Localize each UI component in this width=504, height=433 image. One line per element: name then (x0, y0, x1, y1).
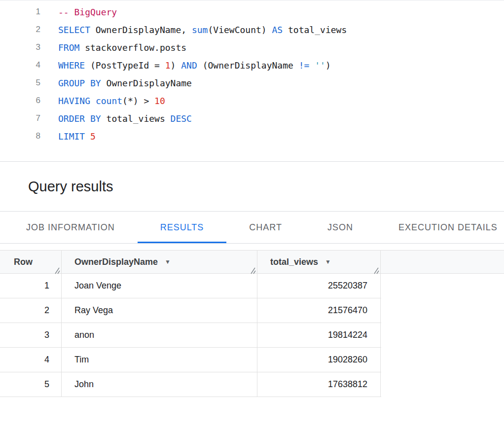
code-line: 6HAVING count(*) > 10 (0, 92, 504, 109)
sql-token-plain: ) (171, 60, 181, 71)
line-number: 8 (0, 131, 40, 141)
total-views-cell: 21576470 (257, 298, 381, 323)
tab-job-information[interactable]: JOB INFORMATION (3, 212, 138, 243)
table-row: 1Joan Venge25520387 (0, 274, 381, 298)
bigquery-results-page: { "colors": { "keyword": "#1967d2", "com… (0, 0, 504, 433)
sql-token-kw: DESC (171, 113, 192, 124)
results-table-header: Row OwnerDisplayName ▼ total_views ▼ (0, 250, 504, 274)
code-text[interactable]: GROUP BY OwnerDisplayName (40, 78, 192, 88)
sql-token-plain: stackoverflow.posts (79, 42, 186, 53)
line-number: 3 (0, 42, 40, 52)
sql-token-kw: WHERE (58, 60, 85, 71)
column-header-ownerdisplayname[interactable]: OwnerDisplayName ▼ (62, 251, 257, 273)
sql-token-plain: total_views (283, 25, 347, 35)
code-line: 2SELECT OwnerDisplayName, sum(ViewCount)… (0, 21, 504, 38)
table-row: 2Ray Vega21576470 (0, 298, 381, 323)
owner-display-name-cell: Ray Vega (62, 298, 257, 323)
table-row: 4Tim19028260 (0, 348, 381, 372)
column-resize-handle-icon[interactable] (372, 266, 379, 273)
row-number-cell: 1 (0, 274, 62, 298)
code-text[interactable]: HAVING count(*) > 10 (40, 96, 165, 106)
page-title: Query results (28, 179, 113, 195)
tab-chart[interactable]: CHART (226, 212, 305, 243)
sql-token-kw: count (96, 96, 122, 106)
owner-display-name-cell: John (62, 372, 257, 397)
code-text[interactable]: WHERE (PostTypeId = 1) AND (OwnerDisplay… (40, 60, 331, 71)
row-number-cell: 4 (0, 348, 62, 372)
line-number: 4 (0, 60, 40, 70)
total-views-cell: 19814224 (257, 323, 381, 347)
code-text[interactable]: SELECT OwnerDisplayName, sum(ViewCount) … (40, 25, 347, 35)
table-row: 5John17638812 (0, 372, 381, 397)
table-row: 3anon19814224 (0, 323, 381, 348)
line-number: 2 (0, 25, 40, 35)
sql-token-num: 10 (154, 96, 165, 106)
sql-token-plain (90, 96, 96, 106)
tab-execution-details[interactable]: EXECUTION DETAILS (376, 212, 504, 243)
column-label-row: Row (14, 257, 33, 267)
code-text[interactable]: ORDER BY total_views DESC (40, 113, 192, 124)
sql-token-kw: LIMIT (58, 131, 85, 142)
sql-token-kw: HAVING (58, 96, 90, 106)
row-number-cell: 5 (0, 372, 62, 397)
sql-token-plain: (*) > (122, 96, 154, 106)
sql-token-kw: AND (181, 60, 197, 71)
sql-token-plain: OwnerDisplayName (101, 78, 192, 88)
total-views-cell: 17638812 (257, 372, 381, 397)
owner-display-name-cell: Tim (62, 348, 257, 372)
sql-token-kw: ORDER BY (58, 113, 101, 124)
tab-json[interactable]: JSON (305, 212, 376, 243)
owner-display-name-cell: Joan Venge (62, 274, 257, 298)
sql-token-plain: (OwnerDisplayName (197, 60, 299, 71)
code-line: 8LIMIT 5 (0, 127, 504, 145)
sql-token-plain: ) (325, 60, 331, 71)
column-label-total-views: total_views (270, 257, 318, 267)
sql-token-kw: != (299, 60, 310, 71)
sql-token-kw: AS (272, 25, 283, 35)
results-table-body: 1Joan Venge255203872Ray Vega215764703ano… (0, 274, 504, 397)
column-resize-handle-icon[interactable] (249, 266, 256, 273)
sql-token-plain: total_views (101, 113, 171, 124)
total-views-cell: 25520387 (257, 274, 381, 298)
sql-editor-lines: 1-- BigQuery2SELECT OwnerDisplayName, su… (0, 3, 504, 145)
code-line: 3FROM stackoverflow.posts (0, 38, 504, 56)
column-header-total-views[interactable]: total_views ▼ (257, 251, 381, 273)
total-views-cell: 19028260 (257, 348, 381, 372)
code-line: 1-- BigQuery (0, 3, 504, 21)
row-number-cell: 2 (0, 298, 62, 323)
code-line: 7ORDER BY total_views DESC (0, 109, 504, 127)
sql-token-num: 1 (165, 60, 171, 71)
sql-token-plain: (ViewCount) (208, 25, 272, 35)
sql-editor[interactable]: 1-- BigQuery2SELECT OwnerDisplayName, su… (0, 0, 504, 162)
line-number: 1 (0, 7, 40, 17)
sql-token-plain: (PostTypeId = (85, 60, 165, 71)
line-number: 5 (0, 78, 40, 88)
sql-token-plain (85, 131, 90, 142)
column-header-filler (381, 251, 504, 273)
tab-results[interactable]: RESULTS (138, 212, 227, 243)
owner-display-name-cell: anon (62, 323, 257, 347)
code-text[interactable]: -- BigQuery (40, 7, 117, 17)
code-line: 4WHERE (PostTypeId = 1) AND (OwnerDispla… (0, 56, 504, 74)
column-header-row[interactable]: Row (0, 251, 62, 273)
sql-token-str: '' (315, 60, 325, 71)
sort-dropdown-icon[interactable]: ▼ (325, 259, 331, 265)
sql-token-kw: sum (192, 25, 208, 35)
sql-token-plain: OwnerDisplayName, (90, 25, 192, 35)
line-number: 7 (0, 113, 40, 123)
column-label-ownerdisplayname: OwnerDisplayName (74, 257, 158, 267)
column-resize-handle-icon[interactable] (53, 266, 60, 273)
line-number: 6 (0, 96, 40, 106)
code-text[interactable]: FROM stackoverflow.posts (40, 42, 186, 53)
sql-token-kw: FROM (58, 42, 79, 53)
sort-dropdown-icon[interactable]: ▼ (165, 259, 171, 265)
sql-token-kw: SELECT (58, 25, 90, 35)
query-results-header: Query results (0, 162, 504, 212)
sql-token-plain (309, 60, 315, 71)
results-tab-bar: JOB INFORMATIONRESULTSCHARTJSONEXECUTION… (0, 212, 504, 244)
row-number-cell: 3 (0, 323, 62, 347)
sql-token-num: 5 (90, 131, 96, 142)
sql-token-kw: GROUP BY (58, 78, 101, 88)
results-table: Row OwnerDisplayName ▼ total_views ▼ 1Jo… (0, 250, 504, 397)
code-text[interactable]: LIMIT 5 (40, 131, 96, 142)
